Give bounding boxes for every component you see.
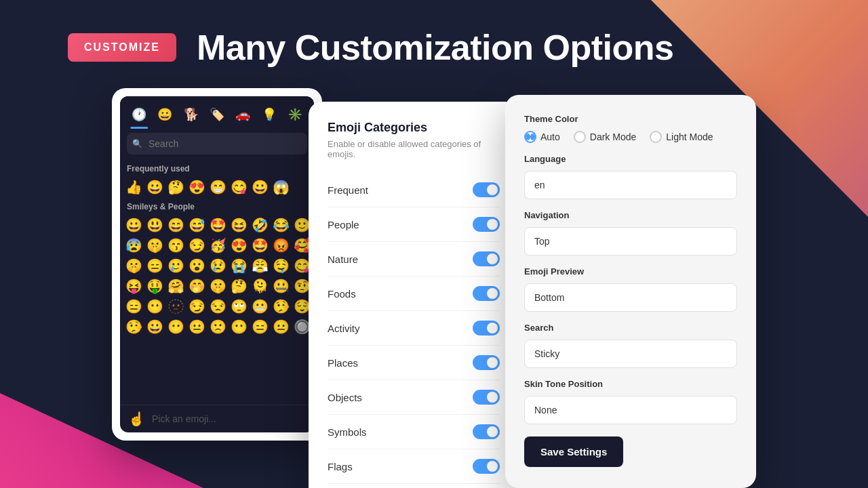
emoji-cell[interactable]: 😰 [124,236,144,255]
emoji-cell[interactable]: 😑 [124,297,144,316]
emoji-cell[interactable]: 🤐 [271,277,291,296]
emoji-cell[interactable]: 😐 [271,317,291,336]
emoji-cell[interactable]: 😢 [208,256,228,275]
theme-option-dark[interactable]: Dark Mode [574,131,636,143]
emoji-cell[interactable]: 😑 [250,317,270,336]
emoji-cell[interactable]: 😋 [229,178,249,197]
toggle-people[interactable] [473,217,500,232]
radio-dark[interactable] [574,131,586,143]
emoji-cell[interactable]: 😏 [187,236,207,255]
toggle-objects[interactable] [473,390,500,405]
emoji-cell[interactable]: 🤥 [124,317,144,336]
emoji-cell[interactable]: 😏 [187,297,207,316]
emoji-cell[interactable]: 🥲 [166,256,186,275]
emoji-cell[interactable]: 😀 [124,216,144,235]
navigation-input[interactable]: Top [524,227,737,256]
emoji-cell[interactable]: 😒 [208,297,228,316]
emoji-cell[interactable]: 😃 [145,216,165,235]
emoji-cell[interactable]: 🫥 [166,297,186,316]
emoji-cell[interactable]: 🥳 [208,236,228,255]
language-input[interactable]: en [524,171,737,199]
toggle-places[interactable] [473,355,500,370]
skin-tone-input[interactable]: None [524,396,737,424]
emoji-cell[interactable]: 😱 [271,178,291,197]
emoji-cell[interactable]: 😆 [229,216,249,235]
emoji-cell[interactable]: 😬 [250,297,270,316]
emoji-cell[interactable]: 😀 [250,178,270,197]
emoji-picker-inner: 🕐 😀 🐕 🏷️ 🚗 💡 ✳️ Frequently used 👍 😀 🤔 [120,96,314,428]
emoji-cell[interactable]: 🤑 [145,277,165,296]
radio-auto-label: Auto [540,131,560,142]
emoji-search-input[interactable] [127,133,307,155]
emoji-cell[interactable]: 🤩 [208,216,228,235]
search-input[interactable]: Sticky [524,340,737,368]
emoji-cell[interactable]: 😄 [166,216,186,235]
category-label-activity: Activity [328,323,360,334]
section-label-smileys: Smileys & People [120,198,314,214]
customize-badge: CUSTOMIZE [68,33,176,62]
emoji-cell[interactable]: 👍 [124,178,144,197]
emoji-cell[interactable]: 🙁 [208,317,228,336]
emoji-tab-smileys[interactable]: 😀 [153,102,177,127]
emoji-cell[interactable]: 😀 [145,178,165,197]
emoji-cell[interactable]: 🤥 [271,297,291,316]
emoji-tab-animals[interactable]: 🐕 [179,102,203,127]
emoji-cell[interactable]: 😤 [250,256,270,275]
main-content: 🕐 😀 🐕 🏷️ 🚗 💡 ✳️ Frequently used 👍 😀 🤔 [0,88,868,488]
radio-light[interactable] [650,131,662,143]
emoji-cell[interactable]: 🫠 [250,277,270,296]
toggle-flags[interactable] [473,459,500,474]
theme-color-label: Theme Color [524,114,737,124]
category-item-objects: Objects [328,380,500,415]
emoji-cell[interactable]: 😐 [187,317,207,336]
theme-option-light[interactable]: Light Mode [650,131,713,143]
theme-option-auto[interactable]: Auto [524,131,560,143]
settings-save-button[interactable]: Save Settings [524,436,623,467]
emoji-cell[interactable]: 😍 [229,236,249,255]
emoji-cell[interactable]: 🤭 [187,277,207,296]
toggle-symbols[interactable] [473,424,500,439]
toggle-foods[interactable] [473,286,500,301]
emoji-cell[interactable]: 😁 [208,178,228,197]
emoji-cell[interactable]: 😝 [124,277,144,296]
emoji-preview-input[interactable]: Bottom [524,283,737,312]
emoji-tab-symbols[interactable]: ✳️ [283,102,307,127]
emoji-cell[interactable]: 😶 [145,297,165,316]
emoji-picker-panel: 🕐 😀 🐕 🏷️ 🚗 💡 ✳️ Frequently used 👍 😀 🤔 [112,88,322,441]
toggle-activity[interactable] [473,321,500,336]
emoji-tab-objects[interactable]: 💡 [256,102,281,127]
emoji-cell[interactable]: 🤤 [271,256,291,275]
emoji-cell[interactable]: 🤔 [166,178,186,197]
emoji-cell[interactable]: 🤣 [250,216,270,235]
emoji-cell[interactable]: 😀 [145,317,165,336]
emoji-cell[interactable]: 😂 [271,216,291,235]
toggle-nature[interactable] [473,251,500,266]
emoji-cell[interactable]: 🤗 [166,277,186,296]
category-item-activity: Activity [328,311,500,346]
section-label-frequent: Frequently used [120,160,314,176]
emoji-cell[interactable]: 🤩 [250,236,270,255]
emoji-cell[interactable]: 😍 [187,178,207,197]
emoji-cell[interactable]: 🤔 [229,277,249,296]
emoji-cell[interactable]: 😶 [166,317,186,336]
emoji-footer: ☝️ Pick an emoji... [120,405,314,428]
emoji-cell[interactable]: 🤫 [145,236,165,255]
emoji-cell[interactable]: 😑 [145,256,165,275]
emoji-cell[interactable]: 😙 [166,236,186,255]
emoji-tab-tags[interactable]: 🏷️ [205,102,229,127]
emoji-cell[interactable]: 🤫 [208,277,228,296]
emoji-tab-recent[interactable]: 🕐 [127,102,151,127]
emoji-cell[interactable]: 😮 [187,256,207,275]
radio-auto[interactable] [524,131,536,143]
category-label-flags: Flags [328,461,353,472]
emoji-cell[interactable]: 😅 [187,216,207,235]
emoji-cell[interactable]: 😡 [271,236,291,255]
emoji-tab-vehicles[interactable]: 🚗 [231,102,255,127]
category-item-foods: Foods [328,277,500,311]
emoji-cell[interactable]: 😶 [229,317,249,336]
emoji-cell[interactable]: 🤫 [124,256,144,275]
toggle-frequent[interactable] [473,182,500,197]
emoji-cell[interactable]: 😭 [229,256,249,275]
emoji-search-wrapper [127,133,307,155]
emoji-cell[interactable]: 🙄 [229,297,249,316]
